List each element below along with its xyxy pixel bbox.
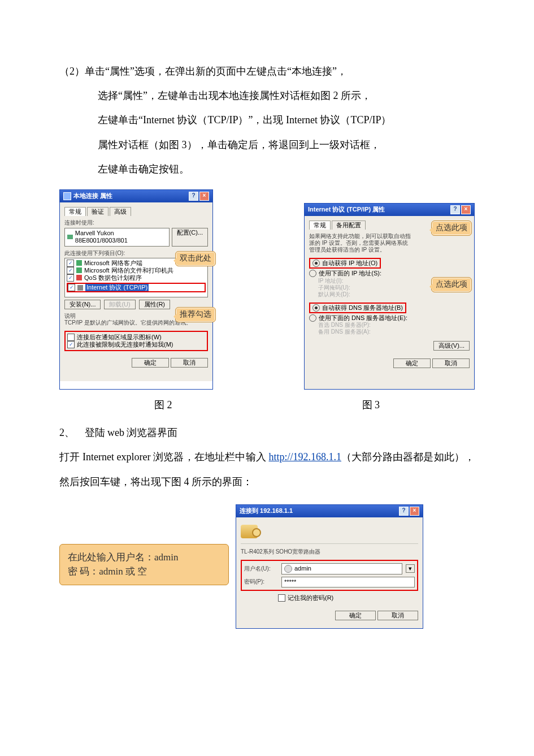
section-2-paragraph: 打开 Internet explorer 浏览器，在地址栏中输入 http://…: [59, 445, 475, 494]
fig3-titlebar: Internet 协议 (TCP/IP) 属性 ? ×: [305, 204, 474, 216]
cancel-button[interactable]: 取消: [171, 358, 208, 368]
help-icon[interactable]: ?: [450, 205, 460, 214]
tab-general[interactable]: 常规: [64, 207, 86, 216]
callout-recommend: 推荐勾选: [175, 307, 216, 322]
auto-dns-radio[interactable]: 自动获得 DNS 服务器地址(B): [312, 304, 403, 312]
product-label: TL-R402系列 SOHO宽带路由器: [241, 548, 418, 555]
notify-limited-checkbox[interactable]: ✓此连接被限制或无连接时通知我(M): [67, 341, 205, 348]
network-icon: [63, 192, 71, 200]
password-label: 密码(P):: [244, 578, 278, 585]
tcpip-item[interactable]: Internet 协议 (TCP/IP): [85, 284, 149, 291]
close-icon[interactable]: ×: [461, 205, 471, 214]
connect-using-label: 连接时使用:: [64, 219, 208, 226]
user-dropdown-button[interactable]: ▾: [406, 564, 415, 573]
password-field[interactable]: *****: [281, 577, 415, 587]
ok-button[interactable]: 确定: [335, 611, 376, 620]
login-credential-callout: 在此处输入用户名：admin 密 码：admin 或 空: [59, 544, 229, 585]
fig3-desc: 如果网络支持此功能，则可以获取自动指派的 IP 设置。否则，您需要从网络系统管理…: [309, 233, 411, 253]
close-icon[interactable]: ×: [410, 507, 419, 516]
tab-alt[interactable]: 备用配置: [332, 221, 366, 230]
keys-icon: [241, 525, 258, 538]
manual-dns-radio[interactable]: 使用下面的 DNS 服务器地址(E):: [309, 314, 470, 322]
manual-ip-radio[interactable]: 使用下面的 IP 地址(S):: [309, 270, 470, 277]
tab-advanced[interactable]: 高级: [110, 207, 131, 216]
configure-button[interactable]: 配置(C)...: [172, 228, 208, 246]
auto-ip-radio[interactable]: 自动获得 IP 地址(O): [312, 260, 377, 267]
advanced-button[interactable]: 高级(V)...: [433, 341, 470, 351]
properties-button[interactable]: 属性(R): [139, 300, 170, 309]
section-2-title: 登陆 web 浏览器界面: [85, 427, 178, 438]
username-field[interactable]: admin: [281, 563, 402, 574]
username-label: 用户名(U):: [244, 565, 278, 572]
help-icon[interactable]: ?: [399, 507, 409, 516]
figure-4-dialog: 连接到 192.168.1.1 ? × TL-R402系列 SOHO宽带路由器 …: [236, 504, 423, 629]
figure-3-dialog: Internet 协议 (TCP/IP) 属性 ? × 常规 备用配置 如果网络…: [304, 203, 475, 390]
fig2-titlebar: 本地连接 属性 ? ×: [60, 190, 212, 202]
remember-password-checkbox[interactable]: 记住我的密码(R): [278, 594, 418, 602]
router-url-link[interactable]: http://192.168.1.1: [269, 451, 342, 463]
callout-select-dns: 点选此项: [431, 277, 472, 292]
step-number: （2）: [59, 66, 85, 77]
callout-select-ip: 点选此项: [431, 221, 472, 236]
adapter-field: Marvell Yukon 88E8001/8003/801: [64, 228, 170, 246]
notify-icon-checkbox[interactable]: 连接后在通知区域显示图标(W): [67, 334, 205, 341]
figure-2-dialog: 本地连接 属性 ? × 常规 验证 高级 连接时使用: Marvell Y: [59, 189, 213, 390]
instruction-step-2: （2）单击“属性”选项，在弹出新的页面中左键点击“本地连接”， 选择“属性”，左…: [59, 59, 475, 182]
fig4-titlebar: 连接到 192.168.1.1 ? ×: [236, 505, 423, 517]
close-icon[interactable]: ×: [199, 192, 209, 201]
user-icon: [284, 565, 292, 573]
adapter-icon: [67, 235, 73, 239]
caption-fig3: 图 3: [362, 393, 380, 417]
tab-auth[interactable]: 验证: [87, 207, 108, 216]
section-2-number: 2、: [59, 421, 82, 445]
caption-fig2: 图 2: [154, 393, 172, 417]
install-button[interactable]: 安装(N)...: [64, 300, 101, 309]
cancel-button[interactable]: 取消: [377, 611, 418, 620]
uninstall-button: 卸载(U): [104, 300, 135, 309]
help-icon[interactable]: ?: [189, 192, 198, 201]
ok-button[interactable]: 确定: [132, 358, 169, 368]
cancel-button[interactable]: 取消: [432, 358, 470, 368]
ok-button[interactable]: 确定: [393, 358, 431, 368]
tab-general[interactable]: 常规: [309, 221, 331, 230]
callout-doubleclick: 双击此处: [175, 251, 216, 266]
